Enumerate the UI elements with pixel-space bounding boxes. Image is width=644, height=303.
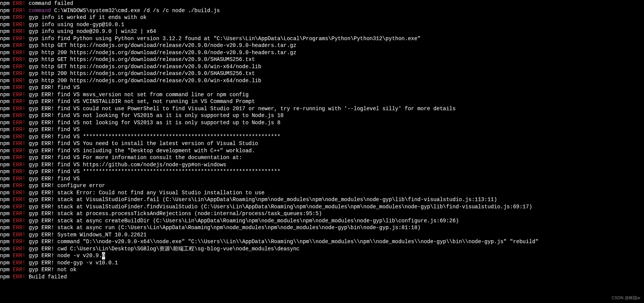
line-content: gyp ERR! node-gyp -v v10.0.1	[29, 259, 118, 267]
terminal-line: npm ERR! gyp ERR! stack at VisualStudioF…	[0, 203, 644, 211]
err-label: ERR!	[13, 91, 29, 98]
err-label: ERR!	[13, 42, 29, 49]
err-label: ERR!	[13, 154, 29, 161]
err-label: ERR!	[13, 28, 29, 35]
line-content: gyp http GET https://nodejs.org/download…	[29, 63, 261, 70]
npm-prefix: npm	[0, 98, 13, 105]
line-content: gyp ERR! stack at async createBuildDir (…	[29, 217, 459, 225]
err-label: ERR!	[13, 49, 29, 56]
err-label: ERR!	[13, 14, 29, 21]
line-content: gyp ERR! command "D:\\node-v20.9.0-x64\\…	[29, 238, 539, 245]
line-content: gyp http 200 https://nodejs.org/download…	[29, 70, 255, 77]
npm-prefix: npm	[0, 133, 13, 141]
terminal-line: npm ERR! gyp ERR! find VS	[0, 84, 644, 91]
npm-prefix: npm	[0, 210, 13, 217]
terminal-line: npm ERR! gyp ERR! stack Error: Could not…	[0, 189, 644, 197]
terminal-line: npm ERR! gyp ERR! find VS msvs_version n…	[0, 91, 644, 98]
line-content: gyp ERR! find VS msvs_version not set fr…	[29, 91, 249, 98]
npm-prefix: npm	[0, 259, 13, 267]
err-label: ERR!	[13, 175, 29, 183]
terminal-line: npm ERR! gyp info using node-gyp@10.0.1	[0, 21, 644, 28]
terminal-line: npm ERR! gyp http 200 https://nodejs.org…	[0, 70, 644, 77]
err-label: ERR!	[13, 112, 29, 119]
terminal-line: npm ERR! gyp info it worked if it ends w…	[0, 14, 644, 21]
line-content: gyp info using node-gyp@10.0.1	[29, 21, 124, 28]
line-content: gyp http 200 https://nodejs.org/download…	[29, 77, 261, 84]
line-content: gyp ERR! configure error	[29, 182, 105, 189]
line-content: gyp http GET https://nodejs.org/download…	[29, 56, 255, 63]
err-label: ERR!	[13, 140, 29, 147]
npm-prefix: npm	[0, 28, 13, 35]
line-content: gyp ERR! stack at process.processTicksAn…	[29, 210, 322, 217]
err-label: ERR!	[13, 259, 29, 267]
terminal-line: npm ERR! gyp ERR! find VS including the …	[0, 147, 644, 155]
err-label: ERR!	[13, 273, 29, 281]
line-content: gyp ERR! find VS VCINSTALLDIR not set, n…	[29, 98, 255, 105]
line-content: gyp ERR! System Windows_NT 10.0.22621	[29, 231, 147, 239]
npm-prefix: npm	[0, 189, 13, 197]
terminal-line: npm ERR! command C:\WINDOWS\system32\cmd…	[0, 7, 644, 14]
err-label: ERR!	[13, 77, 29, 84]
npm-prefix: npm	[0, 182, 13, 189]
terminal-output[interactable]: npm ERR! command failednpm ERR! command …	[0, 0, 644, 280]
npm-prefix: npm	[0, 84, 13, 91]
err-label: ERR!	[13, 189, 29, 197]
err-label: ERR!	[13, 161, 29, 169]
npm-prefix: npm	[0, 91, 13, 98]
line-content: gyp ERR! node -v v20.9.	[29, 252, 102, 259]
err-label: ERR!	[13, 105, 29, 112]
npm-prefix: npm	[0, 14, 13, 21]
line-content: gyp ERR! find VS including the "Desktop …	[29, 147, 255, 155]
terminal-line: npm ERR! gyp http GET https://nodejs.org…	[0, 63, 644, 70]
npm-prefix: npm	[0, 21, 13, 28]
err-label: ERR!	[13, 126, 29, 133]
npm-prefix: npm	[0, 231, 13, 239]
cursor: 0	[102, 252, 105, 259]
terminal-line: npm ERR! gyp ERR! node-gyp -v v10.0.1	[0, 259, 644, 267]
line-content: gyp ERR! find VS ***********************…	[29, 168, 281, 175]
npm-prefix: npm	[0, 63, 13, 70]
command-label: command	[29, 7, 54, 14]
terminal-line: npm ERR! gyp ERR! find VS could not use …	[0, 105, 644, 112]
npm-prefix: npm	[0, 56, 13, 63]
terminal-line: npm ERR! gyp ERR! not ok	[0, 266, 644, 273]
err-label: ERR!	[13, 0, 29, 7]
npm-prefix: npm	[0, 203, 13, 211]
err-label: ERR!	[13, 210, 29, 217]
terminal-line: npm ERR! gyp http 200 https://nodejs.org…	[0, 49, 644, 56]
err-label: ERR!	[13, 147, 29, 155]
line-content: Build failed	[29, 273, 67, 281]
npm-prefix: npm	[0, 119, 13, 127]
line-content: gyp ERR! stack at VisualStudioFinder.fai…	[29, 196, 497, 203]
err-label: ERR!	[13, 231, 29, 239]
npm-prefix: npm	[0, 273, 13, 281]
line-content: gyp ERR! find VS	[29, 126, 80, 133]
npm-prefix: npm	[0, 224, 13, 231]
line-content: gyp ERR! stack Error: Could not find any…	[29, 189, 265, 197]
npm-prefix: npm	[0, 252, 13, 259]
err-label: ERR!	[13, 119, 29, 127]
line-content: gyp ERR! cwd C:\Users\Lin\Desktop\SGBlog…	[29, 245, 300, 253]
terminal-line: npm ERR! gyp ERR! find VS not looking fo…	[0, 119, 644, 127]
err-label: ERR!	[13, 245, 29, 253]
line-content: gyp ERR! not ok	[29, 266, 77, 273]
err-label: ERR!	[13, 238, 29, 245]
terminal-line: npm ERR! gyp ERR! find VS not looking fo…	[0, 112, 644, 119]
terminal-line: npm ERR! gyp ERR! find VS	[0, 175, 644, 183]
npm-prefix: npm	[0, 140, 13, 147]
err-label: ERR!	[13, 217, 29, 225]
terminal-line: npm ERR! gyp http GET https://nodejs.org…	[0, 56, 644, 63]
terminal-line: npm ERR! gyp ERR! find VS For more infor…	[0, 154, 644, 161]
err-label: ERR!	[13, 252, 29, 259]
terminal-line: npm ERR! gyp ERR! find VS **************…	[0, 168, 644, 175]
watermark: CSDN @林隐w	[612, 294, 640, 301]
line-content: gyp ERR! find VS not looking for VS2015 …	[29, 112, 284, 119]
line-content: C:\WINDOWS\system32\cmd.exe /d /s /c nod…	[54, 7, 220, 14]
err-label: ERR!	[13, 168, 29, 175]
npm-prefix: npm	[0, 217, 13, 225]
err-label: ERR!	[13, 182, 29, 189]
terminal-line: npm ERR! gyp ERR! find VS https://github…	[0, 161, 644, 169]
npm-prefix: npm	[0, 196, 13, 203]
terminal-line: npm ERR! gyp http GET https://nodejs.org…	[0, 42, 644, 49]
err-label: ERR!	[13, 203, 29, 211]
